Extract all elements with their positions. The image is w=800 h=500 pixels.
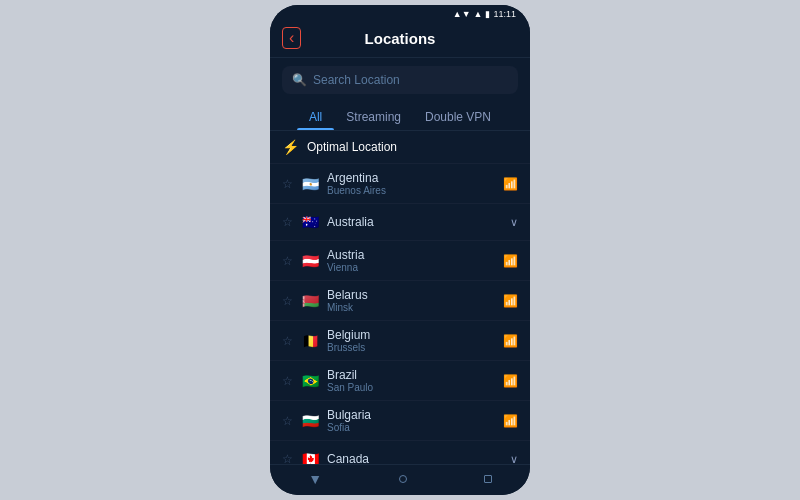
star-icon[interactable]: ☆: [282, 374, 293, 388]
star-icon[interactable]: ☆: [282, 334, 293, 348]
country-info: Austria Vienna: [327, 248, 497, 273]
country-name: Belgium: [327, 328, 497, 342]
optimal-icon: ⚡: [282, 139, 299, 155]
country-info: Australia: [327, 215, 504, 229]
country-info: Belarus Minsk: [327, 288, 497, 313]
back-button[interactable]: ‹: [282, 27, 301, 49]
nav-recent-button[interactable]: [484, 475, 492, 483]
list-item[interactable]: ☆ 🇧🇷 Brazil San Paulo 📶: [270, 361, 530, 401]
country-info: Belgium Brussels: [327, 328, 497, 353]
star-icon[interactable]: ☆: [282, 177, 293, 191]
search-placeholder: Search Location: [313, 73, 400, 87]
star-icon[interactable]: ☆: [282, 215, 293, 229]
country-name: Austria: [327, 248, 497, 262]
nav-back-button[interactable]: ▼: [308, 471, 322, 487]
country-info: Argentina Buenos Aires: [327, 171, 497, 196]
signal-bars-icon: 📶: [503, 254, 518, 268]
country-name: Bulgaria: [327, 408, 497, 422]
flag-icon: 🇨🇦: [299, 448, 321, 464]
search-bar[interactable]: 🔍 Search Location: [282, 66, 518, 94]
list-item[interactable]: ☆ 🇦🇷 Argentina Buenos Aires 📶: [270, 164, 530, 204]
country-info: Bulgaria Sofia: [327, 408, 497, 433]
city-name: Buenos Aires: [327, 185, 497, 196]
flag-icon: 🇦🇹: [299, 250, 321, 272]
phone-container: ▲▼ ▲ ▮ 11:11 ‹ Locations 🔍 Search Locati…: [270, 5, 530, 495]
city-name: Minsk: [327, 302, 497, 313]
signal-bars-icon: 📶: [503, 294, 518, 308]
list-item[interactable]: ☆ 🇧🇾 Belarus Minsk 📶: [270, 281, 530, 321]
country-name: Brazil: [327, 368, 497, 382]
optimal-label: Optimal Location: [307, 140, 397, 154]
country-name: Australia: [327, 215, 504, 229]
status-icons: ▲▼ ▲ ▮ 11:11: [453, 9, 516, 19]
chevron-down-icon[interactable]: ∨: [510, 216, 518, 229]
nav-home-button[interactable]: [399, 475, 407, 483]
header: ‹ Locations: [270, 21, 530, 58]
search-icon: 🔍: [292, 73, 307, 87]
list-item[interactable]: ☆ 🇧🇬 Bulgaria Sofia 📶: [270, 401, 530, 441]
list-item[interactable]: ☆ 🇦🇺 Australia ∨: [270, 204, 530, 241]
list-item[interactable]: ☆ 🇦🇹 Austria Vienna 📶: [270, 241, 530, 281]
signal-bars-icon: 📶: [503, 334, 518, 348]
flag-icon: 🇧🇾: [299, 290, 321, 312]
wifi-icon: ▲: [474, 9, 483, 19]
country-info: Brazil San Paulo: [327, 368, 497, 393]
bottom-nav: ▼: [270, 464, 530, 495]
battery-icon: ▮: [485, 9, 490, 19]
page-title: Locations: [365, 30, 436, 47]
chevron-down-icon[interactable]: ∨: [510, 453, 518, 465]
star-icon[interactable]: ☆: [282, 294, 293, 308]
signal-bars-icon: 📶: [503, 177, 518, 191]
status-bar: ▲▼ ▲ ▮ 11:11: [270, 5, 530, 21]
tab-all[interactable]: All: [297, 106, 334, 130]
location-list: ⚡ Optimal Location ☆ 🇦🇷 Argentina Buenos…: [270, 131, 530, 464]
city-name: Vienna: [327, 262, 497, 273]
star-icon[interactable]: ☆: [282, 414, 293, 428]
city-name: Sofia: [327, 422, 497, 433]
flag-icon: 🇧🇪: [299, 330, 321, 352]
flag-icon: 🇧🇷: [299, 370, 321, 392]
time-display: 11:11: [493, 9, 516, 19]
country-name: Argentina: [327, 171, 497, 185]
tab-streaming[interactable]: Streaming: [334, 106, 413, 130]
tab-doublevpn[interactable]: Double VPN: [413, 106, 503, 130]
flag-icon: 🇦🇷: [299, 173, 321, 195]
list-item[interactable]: ☆ 🇨🇦 Canada ∨: [270, 441, 530, 464]
country-name: Canada: [327, 452, 504, 464]
signal-bars-icon: 📶: [503, 414, 518, 428]
signal-strength-icon: ▲▼: [453, 9, 471, 19]
star-icon[interactable]: ☆: [282, 452, 293, 464]
star-icon[interactable]: ☆: [282, 254, 293, 268]
optimal-location-row[interactable]: ⚡ Optimal Location: [270, 131, 530, 164]
location-rows-container: ☆ 🇦🇷 Argentina Buenos Aires 📶 ☆ 🇦🇺 Austr…: [270, 164, 530, 464]
signal-bars-icon: 📶: [503, 374, 518, 388]
list-item[interactable]: ☆ 🇧🇪 Belgium Brussels 📶: [270, 321, 530, 361]
city-name: San Paulo: [327, 382, 497, 393]
flag-icon: 🇧🇬: [299, 410, 321, 432]
country-name: Belarus: [327, 288, 497, 302]
flag-icon: 🇦🇺: [299, 211, 321, 233]
tabs-container: All Streaming Double VPN: [270, 102, 530, 131]
country-info: Canada: [327, 452, 504, 464]
city-name: Brussels: [327, 342, 497, 353]
